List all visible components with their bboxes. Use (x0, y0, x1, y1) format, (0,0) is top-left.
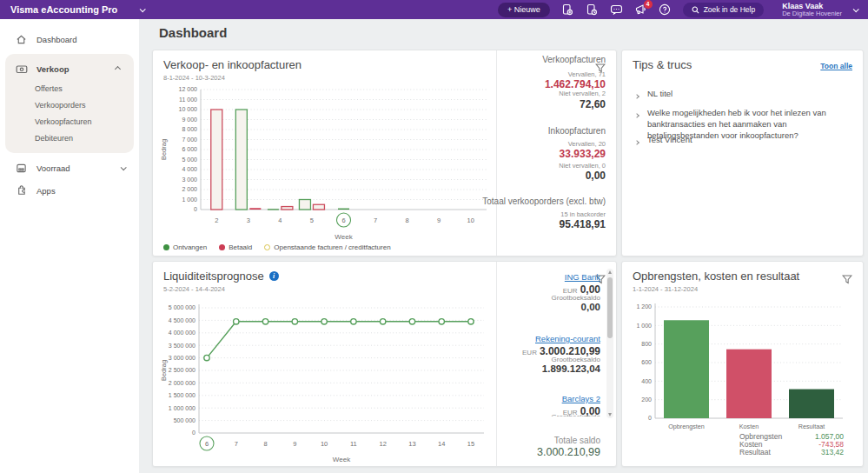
svg-text:1 000: 1 000 (182, 197, 197, 203)
sidebar-item-dashboard[interactable]: Dashboard (0, 28, 139, 50)
search-icon (692, 6, 699, 14)
svg-text:5: 5 (310, 217, 314, 224)
svg-text:3 500 000: 3 500 000 (169, 343, 195, 349)
svg-text:2 000 000: 2 000 000 (169, 380, 195, 386)
chevron-right-icon (634, 94, 639, 99)
svg-text:1 000: 1 000 (636, 323, 652, 329)
new-button[interactable]: + Nieuwe (498, 3, 550, 17)
stat-label: Vervallen, 71 (568, 70, 606, 78)
scrollbar-thumb[interactable] (607, 277, 613, 338)
stat-label: 15 in backorder (560, 210, 606, 218)
stat-label: Vervallen, 20 (568, 140, 606, 148)
stat-label: Niet vervallen, 2 (559, 90, 606, 97)
card-title: Tips & trucs (633, 58, 692, 71)
svg-text:7: 7 (235, 440, 238, 448)
summary-value: 313,42 (821, 448, 844, 456)
svg-text:6: 6 (205, 440, 209, 448)
svg-text:400: 400 (641, 378, 652, 384)
sidebar-item-verkoop[interactable]: Verkoop (5, 57, 134, 80)
app-title: Visma eAccounting Pro (10, 4, 117, 15)
svg-text:6: 6 (341, 217, 345, 224)
sidebar-group-verkoop: Verkoop Offertes Verkooporders Verkoopfa… (5, 54, 134, 153)
topbar: Visma eAccounting Pro + Nieuwe 4 (0, 0, 868, 19)
svg-text:11: 11 (350, 440, 357, 448)
app-switcher[interactable]: Visma eAccounting Pro (0, 4, 144, 15)
svg-text:4 500 000: 4 500 000 (169, 317, 195, 323)
sidebar-item-verkooporders[interactable]: Verkooporders (5, 97, 134, 113)
user-company: De Digitale Hovenier (782, 10, 842, 18)
svg-text:4 000: 4 000 (182, 166, 197, 172)
sidebar-item-label: Apps (36, 186, 56, 196)
card-title: Verkoop- en inkoopfacturen (163, 58, 301, 71)
user-menu-chevron-icon[interactable] (853, 6, 859, 12)
sidebar-item-label: Dashboard (36, 35, 76, 44)
card-title: Opbrengsten, kosten en resultaat (633, 270, 799, 283)
svg-text:11 000: 11 000 (179, 97, 197, 103)
bank-list: ING Bank EUR0,00 Grootboeksaldo 0,00 Rek… (497, 262, 616, 416)
svg-text:Week: Week (333, 456, 351, 463)
svg-text:8: 8 (263, 440, 267, 448)
svg-text:0: 0 (648, 415, 652, 421)
result-chart: 02004006008001 0001 200OpbrengstenKosten… (629, 295, 851, 434)
svg-text:8 000: 8 000 (182, 126, 197, 132)
user-menu[interactable]: Klaas Vaak De Digitale Hovenier (775, 2, 842, 18)
bank-list-scrollbar[interactable] (606, 269, 613, 418)
svg-text:1 500 000: 1 500 000 (169, 392, 195, 398)
tip-item[interactable]: Test Vincent (635, 135, 851, 148)
show-all-link[interactable]: Toon alle (820, 62, 852, 70)
sidebar-item-verkoopfacturen[interactable]: Verkoopfacturen (5, 113, 134, 130)
svg-text:3 000: 3 000 (182, 177, 197, 183)
filter-icon[interactable] (842, 272, 852, 288)
svg-text:0: 0 (192, 430, 195, 436)
sidebar-item-voorraad[interactable]: Voorraad (0, 157, 139, 179)
tip-item[interactable]: NL titel (635, 89, 851, 102)
chevron-up-icon (115, 65, 121, 71)
warehouse-icon (16, 162, 28, 174)
total-balance-label: Totale saldo (554, 436, 600, 445)
svg-text:2 000: 2 000 (182, 186, 197, 192)
currency-label: EUR (522, 349, 537, 356)
sidebar-item-debiteuren[interactable]: Debiteuren (5, 130, 134, 146)
cash-icon (16, 63, 28, 75)
chevron-down-icon (140, 6, 146, 12)
sales-chart: 01 0002 0003 0004 0005 0006 0007 0008 00… (158, 83, 499, 242)
card-title: Liquiditeitsprognose (163, 270, 264, 283)
svg-text:2: 2 (215, 217, 218, 224)
svg-text:2 500 000: 2 500 000 (169, 367, 195, 373)
help-icon[interactable] (659, 3, 672, 17)
svg-text:5 000: 5 000 (182, 157, 197, 163)
scroll-down-icon[interactable] (608, 413, 612, 416)
svg-text:Week: Week (335, 233, 353, 241)
svg-text:Bedrag: Bedrag (160, 360, 168, 381)
liquidity-card: Liquiditeitsprognose i 5-2-2024 - 14-4-2… (152, 261, 617, 467)
chevron-down-icon (121, 164, 127, 170)
svg-text:3 000 000: 3 000 000 (169, 355, 195, 361)
liquidity-chart: 0500 0001 000 0001 500 0002 000 0002 500… (158, 295, 499, 463)
summary-row: Resultaat 313,42 (739, 448, 844, 456)
invoice-settings-icon[interactable] (561, 3, 574, 17)
svg-text:9 000: 9 000 (182, 117, 197, 123)
help-search[interactable]: Zoek in de Help (683, 3, 765, 17)
summary-label: Resultaat (739, 448, 771, 456)
svg-text:Bedrag: Bedrag (160, 139, 168, 160)
svg-text:1 000 000: 1 000 000 (169, 405, 195, 411)
scroll-up-icon[interactable] (608, 270, 612, 274)
svg-text:800: 800 (641, 341, 652, 347)
chat-icon[interactable] (610, 3, 623, 17)
svg-text:5 000 000: 5 000 000 (169, 304, 195, 310)
info-icon[interactable]: i (269, 271, 279, 281)
stat-value: 95.418,91 (560, 218, 606, 230)
tips-card: Tips & trucs Toon alle NL titel Welke mo… (621, 50, 864, 256)
svg-text:10 000: 10 000 (179, 106, 198, 112)
sidebar-item-offertes[interactable]: Offertes (5, 80, 134, 97)
ledger-label: Grootboeksaldo (552, 356, 600, 363)
card-date-range: 1-1-2024 - 31-12-2024 (633, 285, 698, 293)
sidebar-item-apps[interactable]: Apps (0, 179, 139, 202)
invoice-history-icon[interactable] (586, 3, 599, 17)
announcements-icon[interactable]: 4 (634, 3, 647, 17)
total-balance-value: 3.000.210,99 (537, 446, 600, 458)
svg-text:600: 600 (641, 359, 652, 365)
tip-text: NL titel (647, 89, 673, 102)
svg-text:4 000 000: 4 000 000 (169, 330, 195, 336)
bank-balances-panel: ING Bank EUR0,00 Grootboeksaldo 0,00 Rek… (496, 262, 616, 466)
